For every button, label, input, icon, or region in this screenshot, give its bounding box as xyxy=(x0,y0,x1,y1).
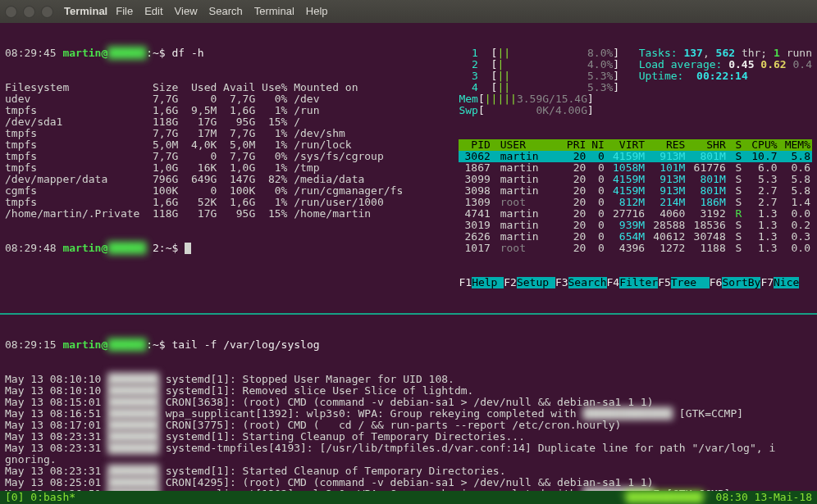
menubar: File Edit View Search Terminal Help xyxy=(107,6,327,17)
df-row: tmpfs 1,0G 16K 1,0G 1% /tmp xyxy=(5,162,449,174)
syslog-output: May 13 08:10:10 ████████ systemd[1]: Sto… xyxy=(5,374,812,500)
fkey-label: F1 xyxy=(459,277,472,288)
tmux-right: "████████████" 08:30 13-Mai-18 xyxy=(619,492,812,503)
process-row[interactable]: 1017 root200439612721188 S1.30.0 xyxy=(459,243,812,254)
fkey-label: F4 xyxy=(607,277,620,288)
df-row: tmpfs 7,7G 17M 7,7G 1% /dev/shm xyxy=(5,128,449,139)
log-line: May 13 08:23:31 ████████ systemd-tmpfile… xyxy=(5,443,812,454)
process-row[interactable]: 2626 martin200654M4061230748 S1.30.3 xyxy=(459,231,812,243)
df-row: tmpfs 1,6G 52K 1,6G 1% /run/user/1000 xyxy=(5,197,449,208)
htop-process-table: PID USER PRINIVIRTRESSHR SCPU%MEM% 3062 … xyxy=(459,139,812,254)
menu-help[interactable]: Help xyxy=(306,6,328,17)
process-row[interactable]: 1309 root200812M214M186M S2.71.4 xyxy=(459,197,812,208)
log-line: May 13 08:10:10 ████████ systemd[1]: Sto… xyxy=(5,374,812,385)
fkey-label: F6 xyxy=(710,277,723,288)
fkey-label: F5 xyxy=(658,277,671,288)
minimize-icon[interactable] xyxy=(23,6,35,18)
process-row[interactable]: 4741 martin2002771640603192 R1.30.0 xyxy=(459,208,812,220)
maximize-icon[interactable] xyxy=(41,6,53,18)
pane-df[interactable]: 08:29:45 martin@██████:~$ df -h Filesyst… xyxy=(0,23,454,313)
log-line: May 13 08:10:10 ████████ systemd[1]: Rem… xyxy=(5,385,812,397)
pane-syslog[interactable]: 08:29:15 martin@██████:~$ tail -f /var/l… xyxy=(0,315,817,504)
fkey-label: F2 xyxy=(504,277,517,288)
df-output: Filesystem Size Used Avail Use% Mounted … xyxy=(5,82,449,220)
menu-file[interactable]: File xyxy=(116,6,133,17)
prompt-line-2: 08:29:48 martin@██████ 2:~$ xyxy=(5,243,449,254)
pane-htop[interactable]: 1 [|| 8.0%] Tasks: 137, 562 thr; 1 runn … xyxy=(454,23,817,313)
df-row: tmpfs 1,6G 9,5M 1,6G 1% /run xyxy=(5,105,449,116)
menu-search[interactable]: Search xyxy=(209,6,243,17)
df-row: udev 7,7G 0 7,7G 0% /dev xyxy=(5,93,449,105)
syslog-prompt: 08:29:15 martin@██████:~$ tail -f /var/l… xyxy=(5,339,812,351)
fkey-action[interactable]: Help xyxy=(472,277,504,288)
fkey-label: F3 xyxy=(555,277,568,288)
fkey-action[interactable]: Nice xyxy=(774,277,799,288)
process-row[interactable]: 3062 martin2004159M913M801M S10.75.8 xyxy=(459,151,812,162)
process-row[interactable]: 3099 martin2004159M913M801M S5.35.8 xyxy=(459,174,812,185)
window-title: Terminal xyxy=(64,6,107,17)
tmux-left: [0] 0:bash* xyxy=(5,492,75,503)
log-line: May 13 08:15:01 ████████ CRON[3638]: (ro… xyxy=(5,397,812,408)
df-row: tmpfs 5,0M 4,0K 5,0M 1% /run/lock xyxy=(5,139,449,151)
htop-meters: 1 [|| 8.0%] Tasks: 137, 562 thr; 1 runn … xyxy=(459,48,812,116)
df-row: cgmfs 100K 0 100K 0% /run/cgmanager/fs xyxy=(5,185,449,197)
process-row[interactable]: 3098 martin2004159M913M801M S2.75.8 xyxy=(459,185,812,197)
log-line: May 13 08:23:31 ████████ systemd[1]: Sta… xyxy=(5,431,812,443)
prompt-line: 08:29:45 martin@██████:~$ df -h xyxy=(5,48,449,59)
fkey-action[interactable]: SortBy xyxy=(722,277,760,288)
log-line: May 13 08:23:31 ████████ systemd[1]: Sta… xyxy=(5,465,812,477)
df-row: /dev/mapper/data 796G 649G 147G 82% /med… xyxy=(5,174,449,185)
fkey-action[interactable]: Search xyxy=(568,277,607,288)
tmux-statusbar: [0] 0:bash* "████████████" 08:30 13-Mai-… xyxy=(0,491,817,504)
window-titlebar: Terminal File Edit View Search Terminal … xyxy=(0,0,817,23)
htop-function-keys: F1Help F2Setup F3SearchF4FilterF5Tree F6… xyxy=(459,277,812,288)
df-row: /dev/sda1 118G 17G 95G 15% / xyxy=(5,116,449,128)
fkey-label: F7 xyxy=(760,277,774,288)
htop-header-row: PID USER PRINIVIRTRESSHR SCPU%MEM% xyxy=(459,139,812,151)
cursor xyxy=(185,243,191,254)
fkey-action[interactable]: Setup xyxy=(517,277,555,288)
log-line: May 13 08:16:51 ████████ wpa_supplicant[… xyxy=(5,408,812,420)
menu-terminal[interactable]: Terminal xyxy=(254,6,294,17)
process-row[interactable]: 3019 martin200939M2858818536 S1.30.2 xyxy=(459,220,812,231)
df-row: /home/martin/.Private 118G 17G 95G 15% /… xyxy=(5,208,449,220)
fkey-action[interactable]: Filter xyxy=(619,277,658,288)
log-line: gnoring. xyxy=(5,454,812,465)
close-icon[interactable] xyxy=(5,6,17,18)
log-line: May 13 08:17:01 ████████ CRON[3775]: (ro… xyxy=(5,420,812,431)
menu-view[interactable]: View xyxy=(175,6,198,17)
log-line: May 13 08:25:01 ████████ CRON[4295]: (ro… xyxy=(5,477,812,488)
fkey-action[interactable]: Tree xyxy=(671,277,710,288)
df-row: tmpfs 7,7G 0 7,7G 0% /sys/fs/cgroup xyxy=(5,151,449,162)
menu-edit[interactable]: Edit xyxy=(144,6,162,17)
process-row[interactable]: 1867 martin2001058M101M61776 S6.00.6 xyxy=(459,162,812,174)
